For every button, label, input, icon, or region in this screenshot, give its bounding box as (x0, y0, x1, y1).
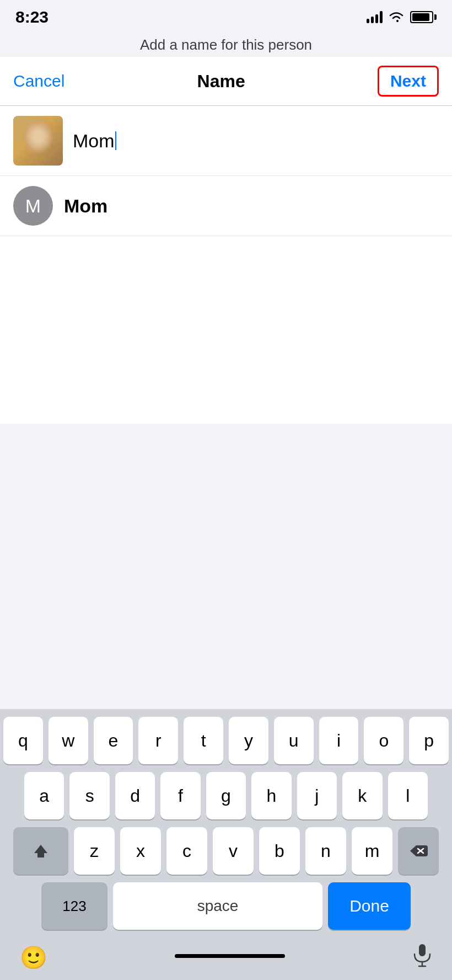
person-photo (13, 116, 63, 166)
key-e[interactable]: e (94, 717, 133, 764)
key-h[interactable]: h (251, 772, 291, 819)
key-o[interactable]: o (364, 717, 403, 764)
key-n[interactable]: n (305, 827, 346, 875)
keyboard: q w e r t y u i o p a s d f g h j k l z … (0, 709, 452, 980)
suggestion-row[interactable]: M Mom (0, 176, 452, 236)
key-w[interactable]: w (49, 717, 88, 764)
shift-key[interactable] (13, 827, 68, 875)
key-x[interactable]: x (120, 827, 161, 875)
key-l[interactable]: l (388, 772, 428, 819)
name-input-row: Mom (0, 106, 452, 176)
key-t[interactable]: t (184, 717, 223, 764)
home-indicator (175, 954, 285, 958)
key-j[interactable]: j (297, 772, 337, 819)
svg-marker-0 (34, 845, 47, 858)
keyboard-row-4: 123 space Done (3, 882, 449, 930)
emoji-key[interactable]: 🙂 (20, 945, 47, 971)
space-key[interactable]: space (113, 882, 322, 930)
keyboard-row-2: a s d f g h j k l (3, 772, 449, 819)
contact-avatar-letter: M (25, 195, 41, 217)
keyboard-row-3: z x c v b n m (3, 827, 449, 875)
subtitle-text: Add a name for this person (0, 31, 452, 57)
numbers-key[interactable]: 123 (41, 882, 107, 930)
status-time: 8:23 (15, 8, 49, 26)
keyboard-row-1: q w e r t y u i o p (3, 717, 449, 764)
key-g[interactable]: g (206, 772, 246, 819)
keyboard-bottom-bar: 🙂 (3, 938, 449, 980)
face-blur (24, 121, 52, 152)
key-a[interactable]: a (24, 772, 64, 819)
signal-bars-icon (367, 11, 383, 23)
name-text: Mom (73, 130, 115, 152)
key-c[interactable]: c (166, 827, 207, 875)
contact-name: Mom (64, 195, 107, 217)
text-cursor (115, 131, 116, 150)
key-s[interactable]: s (69, 772, 109, 819)
nav-bar: Cancel Name Next (0, 57, 452, 106)
key-v[interactable]: v (213, 827, 254, 875)
microphone-key[interactable] (412, 943, 432, 972)
content-area (0, 236, 452, 424)
key-u[interactable]: u (274, 717, 314, 764)
key-k[interactable]: k (342, 772, 382, 819)
battery-icon (410, 11, 437, 23)
key-d[interactable]: d (115, 772, 155, 819)
key-y[interactable]: y (229, 717, 268, 764)
name-input-display[interactable]: Mom (73, 130, 439, 152)
key-q[interactable]: q (3, 717, 43, 764)
key-i[interactable]: i (319, 717, 359, 764)
key-r[interactable]: r (138, 717, 178, 764)
contact-avatar: M (13, 186, 53, 226)
status-bar: 8:23 (0, 0, 452, 31)
done-key[interactable]: Done (328, 882, 411, 930)
next-button[interactable]: Next (378, 66, 439, 97)
key-z[interactable]: z (74, 827, 115, 875)
cancel-button[interactable]: Cancel (13, 72, 64, 90)
page-title: Name (197, 71, 245, 92)
status-icons (367, 11, 437, 23)
key-p[interactable]: p (409, 717, 449, 764)
wifi-icon (388, 11, 405, 23)
key-f[interactable]: f (160, 772, 200, 819)
delete-key[interactable] (398, 827, 439, 875)
key-b[interactable]: b (259, 827, 300, 875)
key-m[interactable]: m (352, 827, 392, 875)
svg-rect-3 (419, 944, 426, 956)
